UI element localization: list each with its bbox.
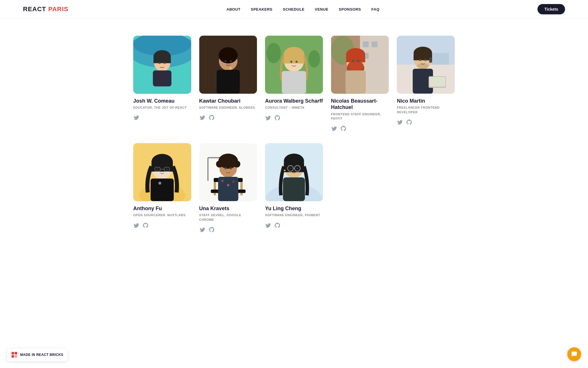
svg-rect-6 (154, 57, 171, 63)
svg-rect-29 (372, 41, 377, 47)
svg-rect-23 (282, 71, 306, 94)
svg-rect-94 (283, 177, 305, 201)
speaker-name-una: Una Kravets (199, 205, 257, 212)
svg-rect-89 (284, 163, 304, 172)
github-icon-aurora[interactable] (274, 115, 281, 121)
svg-point-25 (296, 61, 298, 63)
svg-rect-42 (432, 53, 449, 64)
svg-point-95 (290, 168, 291, 169)
speaker-role-kawtar: SOFTWARE ENGINEER, ALOBEES (199, 106, 257, 110)
svg-point-64 (158, 182, 161, 185)
github-icon-una[interactable] (208, 227, 215, 233)
twitter-icon-anthony[interactable] (133, 222, 140, 229)
speaker-photo-nicolas (331, 36, 389, 94)
twitter-icon-yuling[interactable] (265, 222, 271, 229)
svg-point-18 (266, 43, 281, 63)
github-icon-anthony[interactable] (142, 222, 149, 229)
svg-point-93 (284, 170, 286, 171)
speaker-card-nico: Nico Martin FREELANCER FRONTEND DEVELOPE… (397, 36, 455, 132)
svg-point-19 (308, 50, 320, 67)
svg-point-11 (218, 47, 238, 63)
nav-sponsors[interactable]: SPONSORS (339, 7, 361, 12)
speaker-photo-kawtar (199, 36, 257, 94)
speaker-socials-anthony (133, 222, 191, 229)
speaker-role-nico: FREELANCER FRONTEND DEVELOPER (397, 106, 455, 114)
svg-rect-63 (150, 179, 174, 201)
speaker-card-una: Una Kravets STAFF DEVREL, GOOGLE CHROME (199, 143, 257, 233)
nav-speakers[interactable]: SPEAKERS (251, 7, 272, 12)
svg-rect-79 (218, 177, 238, 201)
svg-rect-39 (345, 70, 366, 94)
svg-point-49 (425, 59, 427, 61)
svg-rect-12 (216, 70, 240, 94)
speaker-socials-nico (397, 119, 455, 125)
speaker-photo-josh (133, 36, 191, 94)
speaker-photo-aurora (265, 36, 323, 94)
svg-point-62 (166, 169, 167, 170)
twitter-icon-josh[interactable] (133, 114, 140, 121)
svg-point-38 (357, 60, 359, 62)
svg-point-78 (231, 158, 237, 164)
speaker-name-yuling: Yu Ling Cheng (265, 205, 323, 212)
speaker-name-josh: Josh W. Comeau (133, 98, 191, 104)
svg-rect-4 (153, 70, 172, 86)
github-icon-kawtar[interactable] (208, 114, 215, 121)
speaker-name-kawtar: Kawtar Choubari (199, 98, 257, 104)
speaker-card-kawtar: Kawtar Choubari SOFTWARE ENGINEER, ALOBE… (199, 36, 257, 132)
speaker-name-nico: Nico Martin (397, 98, 455, 104)
svg-point-61 (157, 169, 158, 170)
svg-point-7 (159, 62, 160, 64)
svg-point-81 (227, 184, 229, 186)
svg-point-8 (164, 62, 166, 64)
speaker-photo-anthony (133, 143, 191, 201)
svg-point-96 (297, 168, 298, 169)
twitter-icon-nico[interactable] (397, 119, 403, 125)
speaker-photo-yuling (265, 143, 323, 201)
svg-rect-22 (284, 55, 305, 64)
twitter-icon-aurora[interactable] (265, 115, 271, 121)
speaker-role-nicolas: FRONTEND STAFF ENGINEER, PAYFIT (331, 112, 389, 121)
nav-venue[interactable]: VENUE (315, 7, 328, 12)
github-icon-yuling[interactable] (274, 222, 281, 229)
nav-schedule[interactable]: SCHEDULE (283, 7, 305, 12)
twitter-icon-kawtar[interactable] (199, 114, 206, 121)
svg-rect-51 (429, 77, 445, 87)
github-icon-nico[interactable] (406, 119, 412, 125)
speaker-name-anthony: Anthony Fu (133, 205, 191, 212)
svg-point-84 (230, 168, 232, 170)
speaker-card-anthony: Anthony Fu OPEN SOURCERER, NUXTLABS (133, 143, 191, 233)
svg-point-34 (347, 61, 363, 71)
svg-rect-36 (346, 56, 365, 62)
svg-rect-52 (429, 57, 432, 63)
speaker-socials-aurora (265, 115, 323, 121)
speaker-photo-nico (397, 36, 455, 94)
svg-point-48 (419, 59, 421, 61)
nav-about[interactable]: ABOUT (227, 7, 241, 12)
svg-point-15 (229, 67, 231, 69)
svg-rect-28 (363, 41, 369, 47)
svg-point-24 (290, 61, 292, 63)
nav-links: ABOUT SPEAKERS SCHEDULE VENUE SPONSORS F… (227, 7, 380, 12)
speakers-grid-row2: Anthony Fu OPEN SOURCERER, NUXTLABS (133, 143, 455, 233)
navbar: REACT PARIS ABOUT SPEAKERS SCHEDULE VENU… (0, 0, 588, 18)
speaker-card-nicolas: Nicolas Beaussart-Hatchuel FRONTEND STAF… (331, 36, 389, 132)
speaker-socials-nicolas (331, 125, 389, 132)
speaker-role-anthony: OPEN SOURCERER, NUXTLABS (133, 213, 191, 217)
twitter-icon-una[interactable] (199, 227, 206, 233)
logo-paris: PARIS (48, 5, 69, 13)
nav-faq[interactable]: FAQ (372, 7, 380, 12)
tickets-button[interactable]: Tickets (537, 4, 565, 14)
speaker-photo-una (199, 143, 257, 201)
speaker-card-aurora: Aurora Walberg Scharff CONSULTANT – INME… (265, 36, 323, 132)
github-icon-nicolas[interactable] (340, 125, 347, 132)
speaker-socials-josh (133, 114, 191, 121)
logo[interactable]: REACT PARIS (23, 5, 69, 13)
svg-point-13 (225, 60, 227, 62)
speaker-name-aurora: Aurora Walberg Scharff (265, 98, 323, 104)
svg-point-82 (232, 181, 235, 183)
svg-point-77 (219, 158, 225, 164)
twitter-icon-nicolas[interactable] (331, 125, 337, 132)
speaker-socials-una (199, 227, 257, 233)
speaker-card-yuling: Yu Ling Cheng SOFTWARE ENGINEER, PIGMENT (265, 143, 323, 233)
svg-point-80 (221, 180, 223, 182)
